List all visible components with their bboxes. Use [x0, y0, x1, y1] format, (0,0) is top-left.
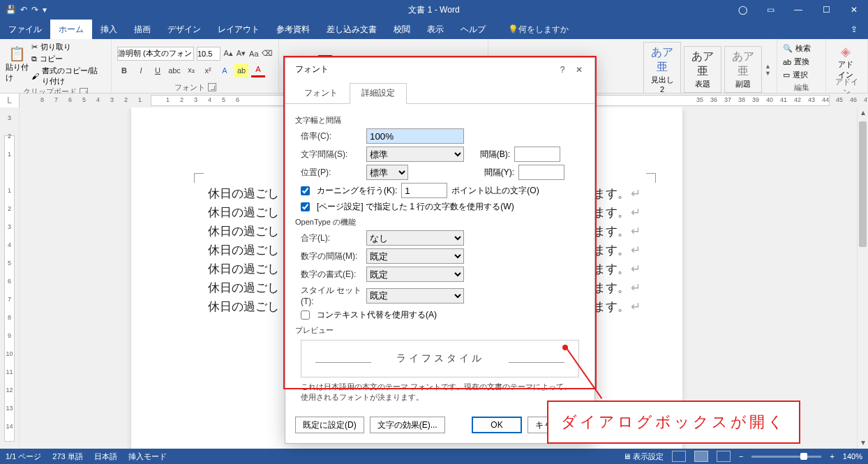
- minimize-button[interactable]: —: [784, 0, 812, 20]
- tab-mailings[interactable]: 差し込み文書: [318, 20, 385, 39]
- cut-button[interactable]: ✂ 切り取り: [31, 42, 105, 52]
- status-lang[interactable]: 日本語: [94, 451, 117, 462]
- tab-review[interactable]: 校閲: [385, 20, 419, 39]
- annotation-callout: ダイアログボックスが開く: [547, 401, 800, 444]
- style-title[interactable]: あア亜表題: [684, 46, 721, 93]
- superscript-icon[interactable]: x²: [201, 63, 215, 77]
- ok-button[interactable]: OK: [472, 417, 522, 433]
- style-heading2[interactable]: あア亜見出し 2: [643, 42, 681, 97]
- strike-icon[interactable]: abc: [167, 63, 181, 77]
- tab-help[interactable]: ヘルプ: [452, 20, 494, 39]
- status-words[interactable]: 273 単語: [52, 451, 82, 462]
- kerning-checkbox[interactable]: [301, 186, 310, 195]
- tab-layout[interactable]: レイアウト: [209, 20, 268, 39]
- position-select[interactable]: 標準: [366, 165, 408, 180]
- maximize-button[interactable]: ☐: [812, 0, 840, 20]
- section-opentype: OpenType の機能: [295, 217, 579, 227]
- tab-view[interactable]: 表示: [419, 20, 452, 39]
- preview-pane: ライフスタイル: [301, 340, 579, 377]
- scroll-thumb[interactable]: [859, 121, 867, 247]
- highlight-icon[interactable]: ab: [234, 63, 248, 77]
- font-face-input[interactable]: [117, 47, 194, 61]
- italic-icon[interactable]: I: [134, 63, 148, 77]
- addin-button[interactable]: ◈アド イン: [832, 42, 860, 82]
- spacing-label: 文字間隔(S):: [301, 149, 362, 160]
- ribbon-display-icon[interactable]: ▭: [756, 0, 784, 20]
- set-default-button[interactable]: 既定に設定(D): [295, 417, 364, 433]
- dialog-help-icon[interactable]: ?: [554, 65, 571, 75]
- annotation-dot-icon: [562, 345, 568, 350]
- grow-font-icon[interactable]: A▴: [223, 47, 233, 61]
- tell-me[interactable]: 💡 何をしますか: [500, 20, 577, 39]
- subscript-icon[interactable]: x₂: [184, 63, 198, 77]
- tab-design[interactable]: デザイン: [159, 20, 209, 39]
- numspacing-label: 数字の間隔(M):: [301, 250, 362, 262]
- tab-home[interactable]: ホーム: [50, 20, 92, 39]
- font-size-input[interactable]: [197, 47, 220, 61]
- numform-label: 数字の書式(E):: [301, 269, 362, 280]
- vertical-scrollbar[interactable]: ▴ ▾: [857, 107, 868, 449]
- scroll-down-icon[interactable]: ▾: [858, 437, 868, 449]
- change-case-icon[interactable]: Aa: [249, 47, 259, 61]
- dialog-tab-advanced[interactable]: 詳細設定: [350, 83, 407, 104]
- paste-icon: 📋: [8, 45, 26, 62]
- styles-more[interactable]: ▲▼: [765, 63, 771, 77]
- spacing-select[interactable]: 標準: [366, 147, 464, 162]
- ligatures-select[interactable]: なし: [366, 230, 464, 246]
- style-subtitle[interactable]: あア亜副題: [724, 46, 762, 93]
- underline-icon[interactable]: U: [151, 63, 165, 77]
- title-bar: 💾 ↶ ↷ ▾ 文書 1 - Word ◯ ▭ — ☐ ✕: [0, 0, 868, 20]
- replace-button[interactable]: ab 置換: [783, 57, 820, 67]
- zoom-out-button[interactable]: −: [739, 452, 743, 461]
- view-read-icon[interactable]: [672, 451, 686, 462]
- font-color-icon[interactable]: A: [251, 63, 265, 77]
- tab-draw[interactable]: 描画: [126, 20, 159, 39]
- qat-undo-icon[interactable]: ↶: [20, 5, 27, 15]
- display-settings-button[interactable]: 🖥 表示設定: [623, 451, 664, 462]
- shrink-font-icon[interactable]: A▾: [236, 47, 246, 61]
- position-by-input[interactable]: [518, 165, 564, 180]
- font-group-label: フォント: [174, 82, 205, 93]
- close-button[interactable]: ✕: [840, 0, 868, 20]
- find-button[interactable]: 🔍 検索: [783, 43, 820, 54]
- font-launcher[interactable]: [208, 83, 216, 91]
- tab-references[interactable]: 参考資料: [268, 20, 318, 39]
- spacing-by-input[interactable]: [514, 147, 560, 162]
- dialog-tab-font[interactable]: フォント: [292, 83, 350, 104]
- share-button[interactable]: ⇪: [840, 20, 868, 39]
- bold-icon[interactable]: B: [117, 63, 131, 77]
- styleset-label: スタイル セット(T):: [301, 285, 362, 306]
- copy-button[interactable]: ⧉ コピー: [31, 54, 105, 64]
- tab-insert[interactable]: 挿入: [92, 20, 126, 39]
- numspacing-select[interactable]: 既定: [366, 248, 464, 264]
- qat-redo-icon[interactable]: ↷: [31, 5, 38, 15]
- ctxalt-checkbox[interactable]: [301, 310, 310, 320]
- zoom-in-button[interactable]: +: [830, 452, 834, 461]
- paste-button[interactable]: 📋 貼り付け: [6, 42, 29, 87]
- status-mode[interactable]: 挿入モード: [128, 451, 167, 462]
- pagegrid-label: [ページ設定] で指定した 1 行の文字数を使用する(W): [317, 201, 514, 213]
- text-effects-icon[interactable]: A: [218, 63, 232, 77]
- text-effects-button[interactable]: 文字の効果(E)...: [370, 417, 445, 433]
- status-page[interactable]: 1/1 ページ: [6, 451, 41, 462]
- zoom-slider[interactable]: [751, 456, 821, 458]
- scale-input[interactable]: [366, 128, 464, 144]
- clear-format-icon[interactable]: ⌫: [262, 47, 273, 61]
- pagegrid-checkbox[interactable]: [301, 202, 310, 211]
- account-icon[interactable]: ◯: [728, 0, 756, 20]
- dialog-title: フォント: [295, 63, 329, 75]
- numform-select[interactable]: 既定: [366, 267, 464, 282]
- view-web-icon[interactable]: [717, 451, 731, 462]
- styleset-select[interactable]: 既定: [366, 288, 464, 304]
- dialog-close-icon[interactable]: ✕: [571, 65, 588, 75]
- qat-save-icon[interactable]: 💾: [6, 5, 16, 15]
- qat-customize-icon[interactable]: ▾: [43, 5, 47, 15]
- view-print-icon[interactable]: [694, 451, 708, 462]
- vertical-ruler[interactable]: 3211234567891011121314: [0, 107, 20, 449]
- scroll-up-icon[interactable]: ▴: [858, 107, 868, 119]
- kerning-value-input[interactable]: [401, 183, 447, 198]
- tab-file[interactable]: ファイル: [0, 20, 50, 39]
- select-button[interactable]: ▭ 選択: [783, 70, 820, 80]
- format-painter-button[interactable]: 🖌 書式のコピー/貼り付け: [31, 66, 105, 87]
- zoom-value[interactable]: 140%: [843, 452, 862, 461]
